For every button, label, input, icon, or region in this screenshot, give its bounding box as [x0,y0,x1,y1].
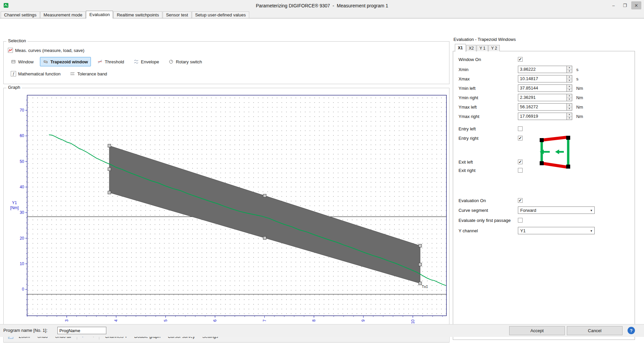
spin-down-icon[interactable]: ▼ [567,88,572,92]
curve-segment-label: Curve segment [459,208,518,213]
ymax-left-unit: Nm [576,105,583,110]
xmin-row: Xmin 3.86222 ▲▼ s [459,66,579,73]
xmax-unit: s [576,76,579,81]
spin-down-icon[interactable]: ▼ [567,70,572,73]
svg-text:70: 70 [20,108,24,113]
entry-right-label: Entry right [459,136,518,141]
tab-x2[interactable]: X2 [466,45,477,51]
svg-text:8: 8 [312,319,316,322]
ymin-left-row: Ymin left 37.85144 ▲▼ Nm [459,84,583,92]
svg-text:10: 10 [20,261,24,266]
svg-text:60: 60 [20,133,24,138]
tab-channel-settings[interactable]: Channel settings [1,11,40,18]
tab-y1[interactable]: Y 1 [477,45,488,51]
window-button[interactable]: Window [8,57,37,66]
ymin-left-unit: Nm [576,86,583,91]
close-button[interactable]: ✕ [631,1,641,9]
meas-curves-row[interactable]: Meas. curves (measure, load, save) [8,48,445,53]
exit-right-checkbox[interactable] [518,168,523,173]
tab-setup-user-defined-values[interactable]: Setup user-defined values [192,11,249,18]
xmax-row: Xmax 10.14817 ▲▼ s [459,75,579,82]
tab-x1[interactable]: X1 [455,44,466,52]
ymax-right-label: Ymax right [459,114,518,119]
chevron-down-icon: ▾ [588,208,594,212]
selection-group: Selection Meas. curves (measure, load, s… [3,41,449,84]
entry-right-row: Entry right ✓ [459,134,523,142]
ymax-left-row: Ymax left 56.16272 ▲▼ Nm [459,103,583,111]
window-on-checkbox[interactable]: ✓ [518,57,523,62]
tab-measurement-mode[interactable]: Measurement mode [40,11,86,18]
spin-down-icon[interactable]: ▼ [567,98,572,101]
accept-button[interactable]: Accept [509,326,565,335]
spin-up-icon[interactable]: ▲ [567,85,572,88]
ymin-right-input[interactable]: 2.36291 ▲▼ [518,94,572,101]
app-window: Parameterizing DIGIFORCE® 9307 - Measure… [0,0,644,362]
exit-left-row: Exit left ✓ [459,158,523,166]
window-icon [11,59,16,64]
spin-up-icon[interactable]: ▲ [567,75,572,79]
trapezoid-window-button[interactable]: Trapezoid window [40,57,91,66]
ymin-left-input[interactable]: 37.85144 ▲▼ [518,84,572,92]
spin-up-icon[interactable]: ▲ [567,113,572,117]
envelope-icon [133,59,139,64]
evaluate-first-passage-checkbox[interactable] [518,218,523,223]
trapezoid-window-icon [43,59,48,64]
graph-group: Graph Tx1345678910010203040506070Y1[Nm]X… [3,88,449,343]
footer-bar: Program name [No. 1]: Accept Cancel ? [0,324,644,337]
curve-segment-select[interactable]: Forward ▾ [518,206,595,214]
tab-evaluation[interactable]: Evaluation [86,11,113,18]
tab-y2[interactable]: Y 2 [488,45,500,51]
spin-up-icon[interactable]: ▲ [567,66,572,70]
window-on-label: Window On [459,57,518,62]
maximize-button[interactable]: ❐ [620,1,630,9]
graph-legend: Graph [6,85,22,90]
envelope-button[interactable]: Envelope [130,57,162,66]
ymin-right-unit: Nm [576,95,583,100]
window-title: Parameterizing DIGIFORCE® 9307 - Measure… [256,3,388,8]
y-channel-label: Y channel [459,228,518,233]
minimize-button[interactable]: – [608,1,619,9]
spin-down-icon[interactable]: ▼ [567,117,572,120]
cancel-button[interactable]: Cancel [567,326,623,335]
spin-down-icon[interactable]: ▼ [567,107,572,111]
tab-sensor-test[interactable]: Sensor test [163,11,192,18]
xmin-label: Xmin [459,67,518,72]
app-icon [3,3,9,8]
svg-text:5: 5 [163,319,168,322]
ymax-left-input[interactable]: 56.16272 ▲▼ [518,103,572,111]
entry-left-checkbox[interactable] [518,126,523,131]
exit-left-checkbox[interactable]: ✓ [518,160,523,164]
evaluation-panel-box: Window On ✓ Xmin 3.86222 ▲▼ s Xmax 10.14… [453,51,635,340]
xmin-input[interactable]: 3.86222 ▲▼ [518,66,572,73]
help-button[interactable]: ? [628,327,635,334]
xmax-input[interactable]: 10.14817 ▲▼ [518,75,572,82]
svg-text:0: 0 [22,287,24,292]
meas-curves-label: Meas. curves (measure, load, save) [15,48,85,53]
entry-right-checkbox[interactable]: ✓ [518,136,523,140]
rotary-switch-icon [168,59,174,64]
main-content: Selection Meas. curves (measure, load, s… [0,18,644,324]
ymax-right-input[interactable]: 17.06919 ▲▼ [518,113,572,120]
ymin-right-row: Ymin right 2.36291 ▲▼ Nm [459,94,583,101]
rotary-switch-button[interactable]: Rotary switch [165,57,205,66]
spin-up-icon[interactable]: ▲ [567,94,572,98]
evaluation-panel-title: Evaluation - Trapezoid Windows [453,37,635,42]
math-function-icon: ƒ [11,71,16,76]
tolerance-band-button[interactable]: Tolerance band [67,69,110,78]
svg-text:40: 40 [20,185,24,189]
meas-curves-icon [8,48,13,53]
program-name-input[interactable] [57,327,106,334]
selection-legend: Selection [6,38,28,43]
spin-up-icon[interactable]: ▲ [567,104,572,107]
evaluate-first-passage-row: Evaluate only first passage [459,217,523,224]
threshold-button[interactable]: Threshold [94,57,127,66]
y-channel-row: Y channel Y1 ▾ [459,227,595,234]
evaluation-on-row: Evaluation On ✓ [459,197,523,204]
mathematical-function-button[interactable]: ƒ Mathematical function [8,69,63,78]
svg-text:7: 7 [262,319,267,322]
spin-down-icon[interactable]: ▼ [567,79,572,82]
evaluation-on-checkbox[interactable]: ✓ [518,198,523,203]
measurement-chart[interactable]: Tx1345678910010203040506070Y1[Nm]X [s] [4,93,448,329]
y-channel-select[interactable]: Y1 ▾ [518,227,595,234]
tab-realtime-switchpoints[interactable]: Realtime switchpoints [113,11,162,18]
